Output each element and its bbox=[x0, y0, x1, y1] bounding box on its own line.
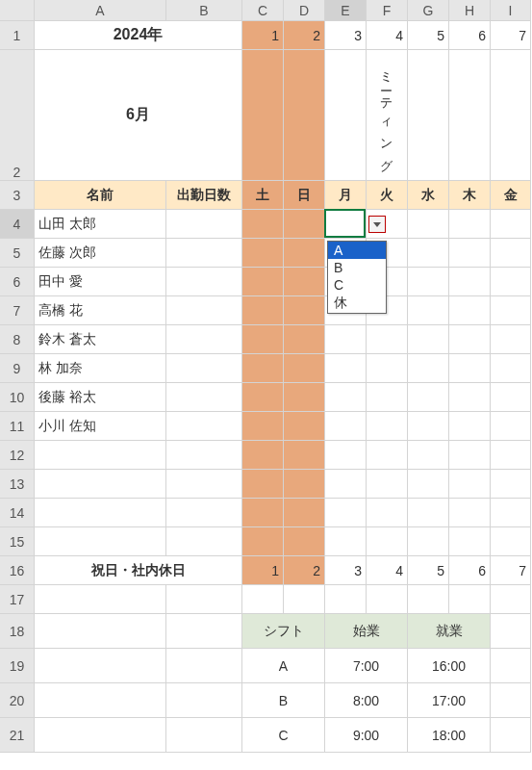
weekday-sun[interactable]: 日 bbox=[284, 181, 325, 210]
cell-H10[interactable] bbox=[449, 383, 491, 412]
cell-I21[interactable] bbox=[491, 718, 531, 753]
weekday-sat[interactable]: 土 bbox=[242, 181, 284, 210]
row-header-3[interactable]: 3 bbox=[0, 181, 35, 210]
cell-D7[interactable] bbox=[284, 296, 325, 325]
col-header-C[interactable]: C bbox=[242, 0, 284, 21]
day-7[interactable]: 7 bbox=[491, 21, 531, 50]
hday-5[interactable]: 5 bbox=[408, 556, 449, 585]
cell-A13[interactable] bbox=[35, 470, 166, 499]
cell-I20[interactable] bbox=[491, 683, 531, 718]
cell-E11[interactable] bbox=[325, 412, 367, 441]
cell-I6[interactable] bbox=[491, 268, 531, 296]
cell-D14[interactable] bbox=[284, 499, 325, 527]
month-cell[interactable]: 6月 bbox=[35, 50, 242, 181]
cell-B6[interactable] bbox=[166, 268, 242, 296]
weekday-tue[interactable]: 火 bbox=[367, 181, 408, 210]
cell-I9[interactable] bbox=[491, 354, 531, 383]
cell-B19[interactable] bbox=[166, 649, 242, 683]
row-header-2[interactable]: 2 bbox=[0, 50, 35, 181]
cell-I7[interactable] bbox=[491, 296, 531, 325]
cell-A15[interactable] bbox=[35, 527, 166, 556]
cell-E2[interactable] bbox=[325, 50, 367, 181]
cell-C9[interactable] bbox=[242, 354, 284, 383]
row-header-14[interactable]: 14 bbox=[0, 499, 35, 527]
shift-B-start[interactable]: 8:00 bbox=[325, 683, 408, 718]
cell-F17[interactable] bbox=[367, 585, 408, 614]
cell-C4[interactable] bbox=[242, 210, 284, 239]
day-3[interactable]: 3 bbox=[325, 21, 367, 50]
cell-G17[interactable] bbox=[408, 585, 449, 614]
weekday-mon[interactable]: 月 bbox=[325, 181, 367, 210]
shift-C-end[interactable]: 18:00 bbox=[408, 718, 491, 753]
weekday-wed[interactable]: 水 bbox=[408, 181, 449, 210]
row-header-8[interactable]: 8 bbox=[0, 325, 35, 354]
cell-D9[interactable] bbox=[284, 354, 325, 383]
name-1[interactable]: 佐藤 次郎 bbox=[35, 239, 166, 268]
cell-H4[interactable] bbox=[449, 210, 491, 239]
cell-E10[interactable] bbox=[325, 383, 367, 412]
cell-C6[interactable] bbox=[242, 268, 284, 296]
cell-G5[interactable] bbox=[408, 239, 449, 268]
cell-A19[interactable] bbox=[35, 649, 166, 683]
cell-I18[interactable] bbox=[491, 614, 531, 649]
shift-C-start[interactable]: 9:00 bbox=[325, 718, 408, 753]
cell-E8[interactable] bbox=[325, 325, 367, 354]
cell-D4[interactable] bbox=[284, 210, 325, 239]
row-header-13[interactable]: 13 bbox=[0, 470, 35, 499]
dropdown-option-C[interactable]: C bbox=[328, 276, 386, 294]
cell-D5[interactable] bbox=[284, 239, 325, 268]
shift-header-start[interactable]: 始業 bbox=[325, 614, 408, 649]
dropdown-option-rest[interactable]: 休 bbox=[328, 294, 386, 313]
cell-B14[interactable] bbox=[166, 499, 242, 527]
cell-B17[interactable] bbox=[166, 585, 242, 614]
dropdown-option-A[interactable]: A bbox=[328, 242, 386, 259]
cell-G4[interactable] bbox=[408, 210, 449, 239]
cell-E13[interactable] bbox=[325, 470, 367, 499]
cell-C17[interactable] bbox=[242, 585, 284, 614]
cell-I4[interactable] bbox=[491, 210, 531, 239]
day-6[interactable]: 6 bbox=[449, 21, 491, 50]
day-1[interactable]: 1 bbox=[242, 21, 284, 50]
cell-E17[interactable] bbox=[325, 585, 367, 614]
cell-G7[interactable] bbox=[408, 296, 449, 325]
hday-2[interactable]: 2 bbox=[284, 556, 325, 585]
cell-I8[interactable] bbox=[491, 325, 531, 354]
cell-A18[interactable] bbox=[35, 614, 166, 649]
cell-H17[interactable] bbox=[449, 585, 491, 614]
row-header-16[interactable]: 16 bbox=[0, 556, 35, 585]
row-header-5[interactable]: 5 bbox=[0, 239, 35, 268]
cell-A14[interactable] bbox=[35, 499, 166, 527]
cell-H12[interactable] bbox=[449, 441, 491, 470]
name-5[interactable]: 林 加奈 bbox=[35, 354, 166, 383]
name-4[interactable]: 鈴木 蒼太 bbox=[35, 325, 166, 354]
cell-G6[interactable] bbox=[408, 268, 449, 296]
cell-G13[interactable] bbox=[408, 470, 449, 499]
col-header-B[interactable]: B bbox=[166, 0, 242, 21]
cell-I19[interactable] bbox=[491, 649, 531, 683]
name-2[interactable]: 田中 愛 bbox=[35, 268, 166, 296]
cell-D8[interactable] bbox=[284, 325, 325, 354]
cell-B7[interactable] bbox=[166, 296, 242, 325]
row-header-11[interactable]: 11 bbox=[0, 412, 35, 441]
cell-C7[interactable] bbox=[242, 296, 284, 325]
cell-F10[interactable] bbox=[367, 383, 408, 412]
shift-A-name[interactable]: A bbox=[242, 649, 325, 683]
cell-D11[interactable] bbox=[284, 412, 325, 441]
cell-B20[interactable] bbox=[166, 683, 242, 718]
hday-7[interactable]: 7 bbox=[491, 556, 531, 585]
cell-I2[interactable] bbox=[491, 50, 531, 181]
shift-C-name[interactable]: C bbox=[242, 718, 325, 753]
cell-B21[interactable] bbox=[166, 718, 242, 753]
cell-A20[interactable] bbox=[35, 683, 166, 718]
col-header-E[interactable]: E bbox=[325, 0, 367, 21]
cell-E14[interactable] bbox=[325, 499, 367, 527]
cell-A12[interactable] bbox=[35, 441, 166, 470]
cell-C10[interactable] bbox=[242, 383, 284, 412]
cell-E9[interactable] bbox=[325, 354, 367, 383]
shift-header-end[interactable]: 就業 bbox=[408, 614, 491, 649]
row-header-7[interactable]: 7 bbox=[0, 296, 35, 325]
cell-I15[interactable] bbox=[491, 527, 531, 556]
cell-G10[interactable] bbox=[408, 383, 449, 412]
cell-I13[interactable] bbox=[491, 470, 531, 499]
cell-C13[interactable] bbox=[242, 470, 284, 499]
